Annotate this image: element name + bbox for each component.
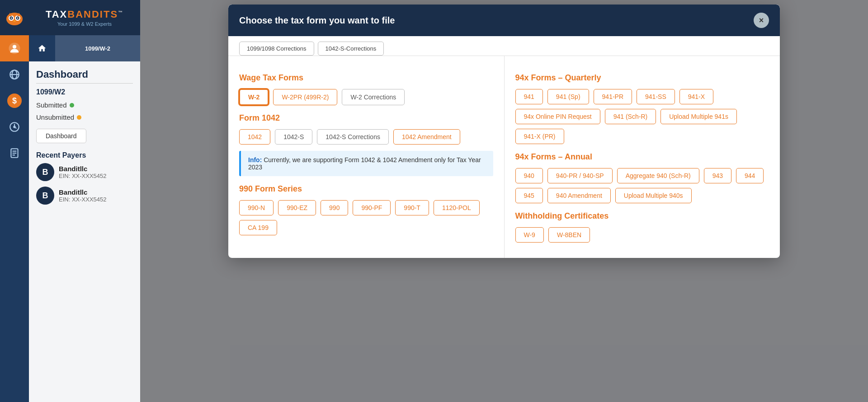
btn-944[interactable]: 944: [736, 168, 764, 183]
sidebar-divider: [36, 83, 133, 84]
btn-945[interactable]: 945: [515, 188, 543, 203]
svg-point-16: [14, 126, 15, 127]
sidebar-dashboard-title: Dashboard: [36, 69, 133, 80]
main-content: Choose the tax form you want to file × 1…: [140, 0, 868, 402]
logo-text: TAXBANDITS™: [46, 9, 123, 20]
sidebar-globe-icon-btn[interactable]: [0, 61, 29, 88]
btn-990n[interactable]: 990-N: [239, 200, 274, 215]
unsubmitted-dot: [77, 115, 81, 120]
sidebar-dollar-icon-btn[interactable]: $: [0, 88, 29, 114]
logo-tagline: Your 1099 & W2 Experts: [57, 21, 112, 27]
modal-tabs: 1099/1098 Corrections 1042-S-Corrections: [228, 36, 780, 56]
btn-w9[interactable]: W-9: [515, 227, 544, 243]
quarterly-section-title: 94x Forms – Quarterly: [515, 73, 769, 83]
tab-corrections[interactable]: 1099/1098 Corrections: [239, 42, 314, 56]
unsubmitted-label: Unsubmitted: [36, 113, 74, 121]
btn-w2[interactable]: W-2: [239, 89, 269, 105]
submitted-label: Submitted: [36, 101, 67, 109]
btn-w2pr[interactable]: W-2PR (499R-2): [273, 89, 337, 105]
nav-1099w2-btn[interactable]: 1099/W-2: [55, 35, 140, 61]
sidebar-right-panel: TAXBANDITS™ Your 1099 & W2 Experts 1099/…: [29, 0, 140, 402]
btn-941ss[interactable]: 941-SS: [637, 89, 675, 104]
quarterly-buttons: 941 941 (Sp) 941-PR 941-SS 941-X 94x Onl…: [515, 89, 769, 144]
withholding-section-title: Withholding Certificates: [515, 211, 769, 221]
btn-940-amendment[interactable]: 940 Amendment: [547, 188, 611, 203]
btn-990ez[interactable]: 990-EZ: [278, 200, 316, 215]
recent-payers-title: Recent Payers: [36, 151, 133, 159]
logo-tax: TAX: [46, 9, 67, 20]
payer-item-2: B Banditllc EIN: XX-XXX5452: [36, 187, 133, 205]
btn-1042-amendment[interactable]: 1042 Amendment: [393, 129, 460, 145]
btn-1042[interactable]: 1042: [239, 129, 270, 145]
payer-name-2: Banditllc: [59, 188, 107, 196]
btn-941x-pr[interactable]: 941-X (PR): [515, 129, 564, 144]
modal-right-col: 94x Forms – Quarterly 941 941 (Sp) 941-P…: [505, 56, 780, 258]
dollar-icon: $: [7, 93, 22, 108]
top-nav: 1099/W-2: [29, 35, 140, 61]
sidebar-doc-icon-btn[interactable]: [0, 140, 29, 166]
payer-ein-1: EIN: XX-XXX5452: [59, 173, 107, 179]
modal-overlay: Choose the tax form you want to file × 1…: [140, 0, 868, 402]
btn-941schr[interactable]: 941 (Sch-R): [605, 109, 656, 124]
btn-941pr[interactable]: 941-PR: [594, 89, 632, 104]
btn-1042s[interactable]: 1042-S: [275, 129, 312, 145]
sidebar-logo-area: TAXBANDITS™ Your 1099 & W2 Experts: [29, 0, 140, 35]
btn-990t[interactable]: 990-T: [395, 200, 429, 215]
sidebar-1099w2-section: 1099/W2: [36, 88, 133, 96]
payer-item-1: B Banditllc EIN: XX-XXX5452: [36, 163, 133, 181]
wage-tax-buttons: W-2 W-2PR (499R-2) W-2 Corrections: [239, 89, 493, 105]
btn-941sp[interactable]: 941 (Sp): [547, 89, 589, 104]
modal-title: Choose the tax form you want to file: [239, 15, 395, 26]
modal-close-btn[interactable]: ×: [754, 13, 769, 28]
info-label: Info:: [248, 156, 262, 164]
btn-941[interactable]: 941: [515, 89, 543, 104]
sidebar-home-icon-btn[interactable]: [0, 35, 29, 61]
modal-header: Choose the tax form you want to file ×: [228, 5, 780, 36]
btn-w8ben[interactable]: W-8BEN: [548, 227, 590, 243]
annual-section-title: 94x Forms – Annual: [515, 152, 769, 162]
btn-940[interactable]: 940: [515, 168, 543, 183]
payer-ein-2: EIN: XX-XXX5452: [59, 196, 107, 203]
payer-info-2: Banditllc EIN: XX-XXX5452: [59, 188, 107, 203]
globe-icon: [9, 69, 20, 80]
dashboard-btn[interactable]: Dashboard: [36, 129, 86, 143]
home-icon: [38, 44, 47, 53]
nav-home-btn[interactable]: [29, 35, 55, 61]
btn-aggregate-940[interactable]: Aggregate 940 (Sch-R): [617, 168, 699, 183]
btn-1120pol[interactable]: 1120-POL: [434, 200, 480, 215]
btn-ca199[interactable]: CA 199: [239, 220, 277, 235]
btn-990pf[interactable]: 990-PF: [353, 200, 391, 215]
btn-upload-941s[interactable]: Upload Multiple 941s: [660, 109, 737, 124]
document-icon: [9, 147, 20, 159]
payer-avatar-2: B: [36, 187, 54, 205]
modal-left-col: Wage Tax Forms W-2 W-2PR (499R-2) W-2 Co…: [228, 56, 505, 258]
wage-tax-section-title: Wage Tax Forms: [239, 73, 493, 83]
form-990-buttons: 990-N 990-EZ 990 990-PF 990-T 1120-POL C…: [239, 200, 493, 235]
form-990-section-title: 990 Form Series: [239, 184, 493, 194]
modal-body: Wage Tax Forms W-2 W-2PR (499R-2) W-2 Co…: [228, 56, 780, 258]
annual-buttons: 940 940-PR / 940-SP Aggregate 940 (Sch-R…: [515, 168, 769, 203]
submitted-dot: [70, 103, 74, 108]
btn-943[interactable]: 943: [704, 168, 731, 183]
btn-94x-pin[interactable]: 94x Online PIN Request: [515, 109, 600, 124]
taxbandits-logo-icon: [5, 9, 24, 26]
payer-info-1: Banditllc EIN: XX-XXX5452: [59, 165, 107, 179]
btn-941x[interactable]: 941-X: [679, 89, 713, 104]
sidebar-submitted-link[interactable]: Submitted: [36, 99, 133, 111]
form-1042-section-title: Form 1042: [239, 113, 493, 123]
btn-940pr[interactable]: 940-PR / 940-SP: [547, 168, 613, 183]
modal-dialog: Choose the tax form you want to file × 1…: [228, 5, 780, 258]
btn-1042s-corrections[interactable]: 1042-S Corrections: [317, 129, 389, 145]
sidebar-chart-icon-btn[interactable]: [0, 114, 29, 140]
svg-point-5: [11, 18, 12, 19]
form-1042-info-box: Info: Currently, we are supporting Form …: [239, 151, 493, 176]
sidebar-unsubmitted-link[interactable]: Unsubmitted: [36, 111, 133, 123]
btn-w2-corrections[interactable]: W-2 Corrections: [342, 89, 405, 105]
logo-bandits: BANDITS: [67, 9, 118, 20]
withholding-buttons: W-9 W-8BEN: [515, 227, 769, 243]
tab-1042s-corrections[interactable]: 1042-S-Corrections: [318, 42, 384, 56]
btn-990[interactable]: 990: [321, 200, 348, 215]
btn-upload-940s[interactable]: Upload Multiple 940s: [615, 188, 692, 203]
payer-avatar-1: B: [36, 163, 54, 181]
info-text: Currently, we are supporting Form 1042 &…: [248, 156, 481, 171]
